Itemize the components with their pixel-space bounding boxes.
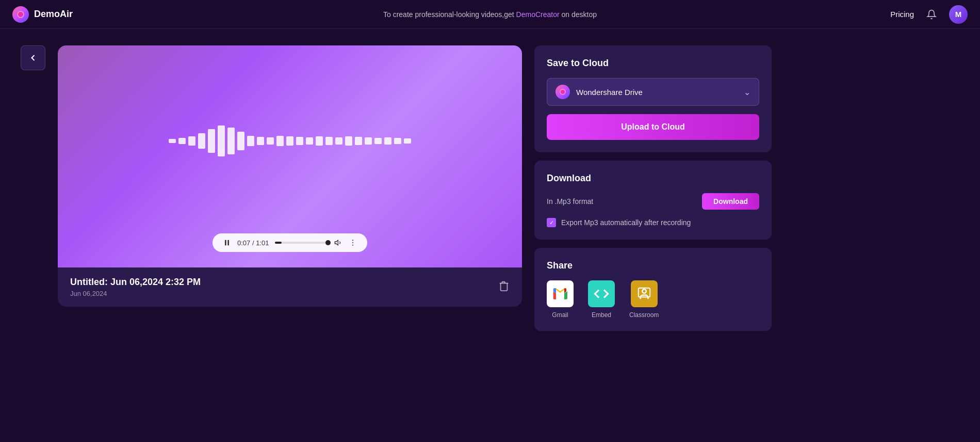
export-checkbox[interactable]: ✓ bbox=[547, 218, 556, 227]
main-content: 0:07 / 1:01 bbox=[0, 29, 980, 442]
waveform-bar bbox=[247, 136, 254, 146]
gmail-icon bbox=[547, 280, 574, 307]
svg-rect-1 bbox=[227, 240, 229, 246]
app-name: DemoAir bbox=[34, 9, 73, 20]
logo[interactable]: DemoAir bbox=[12, 6, 73, 23]
embed-icon bbox=[588, 280, 615, 307]
media-title-section: Untitled: Jun 06,2024 2:32 PM Jun 06,202… bbox=[70, 277, 201, 297]
svg-marker-2 bbox=[335, 240, 338, 245]
waveform-bar bbox=[257, 137, 264, 145]
share-icons: Gmail Embed bbox=[547, 280, 759, 319]
svg-point-3 bbox=[352, 240, 353, 241]
waveform-bar bbox=[267, 137, 274, 145]
promo-suffix: on desktop bbox=[560, 10, 597, 19]
media-section: 0:07 / 1:01 bbox=[58, 45, 522, 307]
waveform-bar bbox=[355, 137, 362, 145]
media-player: 0:07 / 1:01 bbox=[58, 45, 522, 267]
classroom-label: Classroom bbox=[629, 311, 659, 319]
export-label: Export Mp3 automatically after recording bbox=[561, 218, 691, 227]
cloud-drive-select[interactable]: Wondershare Drive ⌄ bbox=[547, 78, 759, 106]
share-title: Share bbox=[547, 260, 759, 271]
pricing-link[interactable]: Pricing bbox=[890, 10, 914, 19]
media-title: Untitled: Jun 06,2024 2:32 PM bbox=[70, 277, 201, 288]
delete-button[interactable] bbox=[498, 280, 510, 294]
volume-button[interactable] bbox=[334, 239, 342, 247]
back-button[interactable] bbox=[21, 45, 45, 70]
right-panel: Save to Cloud Wondershare Drive ⌄ Upload… bbox=[534, 45, 772, 331]
waveform-bar bbox=[296, 137, 303, 145]
header: DemoAir To create professional-looking v… bbox=[0, 0, 980, 29]
waveform-bar bbox=[286, 136, 293, 146]
notification-icon[interactable] bbox=[924, 7, 939, 22]
waveform-bar bbox=[169, 139, 176, 143]
upload-to-cloud-button[interactable]: Upload to Cloud bbox=[547, 114, 759, 140]
waveform-bar bbox=[218, 125, 225, 156]
media-date: Jun 06,2024 bbox=[70, 290, 201, 297]
drive-name: Wondershare Drive bbox=[576, 88, 643, 97]
waveform-bar bbox=[237, 132, 244, 150]
share-gmail[interactable]: Gmail bbox=[547, 280, 574, 319]
svg-point-5 bbox=[352, 245, 353, 246]
svg-rect-0 bbox=[225, 240, 226, 246]
embed-label: Embed bbox=[592, 311, 611, 319]
waveform-bar bbox=[374, 138, 382, 144]
progress-fill bbox=[275, 242, 281, 244]
share-card: Share Gmail bbox=[534, 248, 772, 331]
promo-banner: To create professional-looking videos,ge… bbox=[383, 10, 597, 19]
waveform-bar bbox=[178, 138, 186, 144]
download-card: Download In .Mp3 format Download ✓ Expor… bbox=[534, 161, 772, 240]
svg-point-4 bbox=[352, 242, 353, 243]
logo-icon bbox=[12, 6, 29, 23]
format-label: In .Mp3 format bbox=[547, 197, 593, 206]
progress-thumb bbox=[325, 240, 331, 245]
classroom-icon bbox=[631, 280, 658, 307]
chevron-down-icon: ⌄ bbox=[744, 87, 750, 97]
waveform-bar bbox=[404, 138, 411, 144]
promo-text: To create professional-looking videos,ge… bbox=[383, 10, 516, 19]
waveform-bar bbox=[316, 136, 323, 146]
waveform-bar bbox=[325, 137, 333, 145]
wondershare-logo bbox=[556, 85, 570, 99]
checkmark-icon: ✓ bbox=[549, 219, 554, 226]
waveform-bar bbox=[198, 133, 205, 149]
cloud-title: Save to Cloud bbox=[547, 58, 759, 69]
progress-bar[interactable] bbox=[275, 242, 328, 244]
gmail-label: Gmail bbox=[552, 311, 568, 319]
waveform-bar bbox=[306, 137, 313, 145]
more-options-button[interactable] bbox=[349, 239, 357, 247]
pause-button[interactable] bbox=[223, 239, 231, 247]
avatar[interactable]: M bbox=[949, 5, 968, 24]
audio-controls: 0:07 / 1:01 bbox=[213, 233, 367, 252]
waveform-bar bbox=[335, 137, 342, 145]
waveform bbox=[169, 125, 411, 156]
media-info: Untitled: Jun 06,2024 2:32 PM Jun 06,202… bbox=[58, 267, 522, 307]
waveform-bar bbox=[345, 136, 352, 146]
democreator-link[interactable]: DemoCreator bbox=[516, 10, 560, 19]
waveform-bar bbox=[227, 128, 235, 154]
download-row: In .Mp3 format Download bbox=[547, 193, 759, 210]
svg-point-6 bbox=[642, 289, 646, 293]
waveform-bar bbox=[384, 137, 391, 145]
header-right: Pricing M bbox=[890, 5, 968, 24]
waveform-bar bbox=[208, 129, 215, 153]
waveform-bar bbox=[188, 136, 195, 146]
waveform-bar bbox=[394, 138, 401, 144]
time-display: 0:07 / 1:01 bbox=[237, 239, 269, 247]
share-classroom[interactable]: Classroom bbox=[629, 280, 659, 319]
waveform-bar bbox=[365, 137, 372, 145]
download-title: Download bbox=[547, 173, 759, 184]
waveform-bar bbox=[276, 136, 284, 146]
drive-left: Wondershare Drive bbox=[556, 85, 643, 99]
save-to-cloud-card: Save to Cloud Wondershare Drive ⌄ Upload… bbox=[534, 45, 772, 152]
share-embed[interactable]: Embed bbox=[588, 280, 615, 319]
download-button[interactable]: Download bbox=[702, 193, 759, 210]
export-row: ✓ Export Mp3 automatically after recordi… bbox=[547, 218, 759, 227]
